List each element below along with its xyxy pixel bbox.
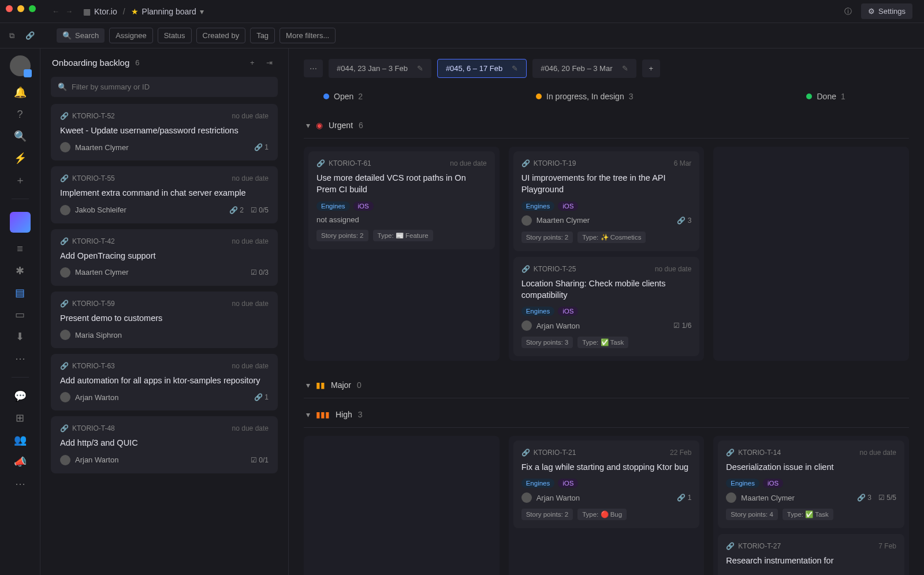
notifications-icon[interactable]: 🔔 bbox=[14, 87, 26, 98]
backlog-filter-input[interactable] bbox=[51, 77, 278, 97]
tag: Engines bbox=[521, 307, 555, 316]
project-name[interactable]: Ktor.io bbox=[94, 7, 117, 16]
due-date: no due date bbox=[232, 362, 269, 370]
status-column-header: In progress, In design 3 bbox=[536, 92, 633, 101]
overflow-icon[interactable]: ⋯ bbox=[14, 478, 26, 490]
sprint-pill[interactable]: #044, 23 Jan – 3 Feb✎ bbox=[329, 59, 431, 78]
due-date: no due date bbox=[232, 300, 269, 308]
chevron-down-icon[interactable]: ▾ bbox=[306, 410, 310, 419]
board-lane[interactable] bbox=[304, 436, 500, 575]
createdby-filter[interactable]: Created by bbox=[196, 28, 246, 43]
card-title: Fix a lag while starting and stopping Kt… bbox=[521, 461, 692, 473]
subtask-count: ☑ 0/1 bbox=[251, 456, 269, 464]
bolt-icon[interactable]: ⚡ bbox=[14, 152, 26, 164]
create-icon[interactable]: ＋ bbox=[14, 174, 26, 186]
backlog-column: Onboarding backlog 6 + ⇥ 🔍 🔗KTORIO-T-52n… bbox=[40, 48, 289, 575]
assignee-name: Arjan Warton bbox=[536, 322, 580, 330]
edit-icon[interactable]: ✎ bbox=[417, 64, 423, 73]
chevron-down-icon[interactable]: ▾ bbox=[200, 7, 204, 16]
open-file-icon[interactable]: ⧉ bbox=[9, 31, 14, 40]
status-filter[interactable]: Status bbox=[158, 28, 192, 43]
edit-icon[interactable]: ✎ bbox=[512, 64, 518, 73]
back-icon[interactable]: ← bbox=[52, 7, 59, 16]
more-icon[interactable]: ⋯ bbox=[14, 353, 26, 364]
card-title: Present demo to customers bbox=[60, 312, 269, 324]
sprint-pill[interactable]: #046, 20 Feb – 3 Mar✎ bbox=[532, 59, 636, 78]
tag: Engines bbox=[726, 479, 759, 488]
subtask-count: ☑ 0/3 bbox=[251, 268, 269, 277]
major-icon: ▮▮ bbox=[316, 380, 325, 390]
add-sprint-icon[interactable]: + bbox=[642, 59, 661, 77]
assignee-avatar bbox=[521, 492, 532, 503]
megaphone-icon[interactable]: 📣 bbox=[14, 456, 26, 468]
board-card[interactable]: 🔗KTORIO-T-61no due date Use more detaile… bbox=[308, 151, 495, 249]
sprint-menu-icon[interactable]: ⋯ bbox=[304, 59, 323, 77]
status-row: Open 2In progress, In design 3Done 1 bbox=[304, 86, 909, 109]
collapse-icon[interactable]: ⇥ bbox=[266, 58, 277, 67]
due-date: no due date bbox=[232, 424, 269, 432]
backlog-card[interactable]: 🔗KTORIO-T-48no due date Add http/3 and Q… bbox=[51, 416, 278, 473]
apps-icon[interactable]: ⊞ bbox=[14, 412, 26, 424]
board-lane[interactable] bbox=[713, 147, 909, 361]
chevron-down-icon[interactable]: ▾ bbox=[306, 121, 310, 130]
board-lane[interactable]: 🔗KTORIO-T-2122 Feb Fix a lag while start… bbox=[509, 436, 705, 575]
team-icon[interactable]: 👥 bbox=[14, 434, 26, 446]
issue-id: 🔗KTORIO-T-14 bbox=[726, 449, 781, 457]
board-lane[interactable]: 🔗KTORIO-T-14no due date Deserialization … bbox=[713, 436, 909, 575]
board-card[interactable]: 🔗KTORIO-T-14no due date Deserialization … bbox=[718, 440, 904, 528]
assignee-name: Maarten Clymer bbox=[75, 143, 128, 152]
board-card[interactable]: 🔗KTORIO-T-196 Mar UI improvements for th… bbox=[513, 151, 700, 251]
forward-icon[interactable]: → bbox=[65, 7, 73, 16]
attachment-count: 🔗 1 bbox=[254, 393, 269, 401]
assignee-name: Maria Siphron bbox=[75, 331, 122, 339]
add-icon[interactable]: + bbox=[250, 58, 260, 67]
link-icon[interactable]: 🔗 bbox=[25, 31, 35, 40]
download-icon[interactable]: ⬇ bbox=[14, 331, 26, 342]
backlog-card[interactable]: 🔗KTORIO-T-55no due date Implement extra … bbox=[51, 166, 278, 223]
search-filter[interactable]: 🔍Search bbox=[57, 28, 105, 43]
tag-filter[interactable]: Tag bbox=[250, 28, 275, 43]
user-avatar[interactable] bbox=[10, 55, 31, 76]
list-icon[interactable]: ≡ bbox=[14, 243, 26, 255]
global-search-icon[interactable]: 🔍 bbox=[14, 130, 26, 142]
doc-icon[interactable]: ▭ bbox=[14, 309, 26, 320]
issue-type: Type: 📰 Feature bbox=[373, 230, 433, 241]
asterisk-icon[interactable]: ✱ bbox=[14, 265, 26, 277]
more-filters[interactable]: More filters... bbox=[280, 28, 336, 43]
card-title: Add http/3 and QUIC bbox=[60, 437, 269, 449]
star-icon[interactable]: ★ bbox=[131, 7, 139, 16]
board-icon[interactable]: ▤ bbox=[14, 287, 26, 298]
subtask-count: ☑ 5/5 bbox=[878, 494, 896, 502]
left-rail: 🔔 ? 🔍 ⚡ ＋ ≡ ✱ ▤ ▭ ⬇ ⋯ 💬 ⊞ 👥 📣 ⋯ bbox=[0, 48, 40, 575]
info-icon[interactable]: ⓘ bbox=[844, 6, 852, 17]
backlog-card[interactable]: 🔗KTORIO-T-63no due date Add automation f… bbox=[51, 354, 278, 410]
board-card[interactable]: 🔗KTORIO-T-277 Feb Research instrumentati… bbox=[718, 534, 904, 575]
section-high: ▾ ▮▮▮ High 3 🔗KTORIO-T-2122 Feb Fix a la… bbox=[304, 402, 909, 575]
board-card[interactable]: 🔗KTORIO-T-2122 Feb Fix a lag while start… bbox=[513, 440, 700, 528]
help-icon[interactable]: ? bbox=[14, 109, 26, 120]
edit-icon[interactable]: ✎ bbox=[622, 64, 628, 73]
section-label: High bbox=[336, 410, 352, 419]
due-date: no due date bbox=[232, 174, 269, 182]
search-icon: 🔍 bbox=[62, 31, 72, 40]
tag: iOS bbox=[763, 479, 783, 488]
assignee-filter[interactable]: Assignee bbox=[109, 28, 152, 43]
chat-icon[interactable]: 💬 bbox=[14, 390, 26, 402]
breadcrumb: ▦ Ktor.io / ★ Planning board ▾ bbox=[83, 7, 204, 16]
board-name[interactable]: Planning board bbox=[142, 7, 196, 16]
section-label: Urgent bbox=[329, 121, 353, 130]
board-lane[interactable]: 🔗KTORIO-T-196 Mar UI improvements for th… bbox=[509, 147, 705, 361]
backlog-card[interactable]: 🔗KTORIO-T-42no due date Add OpenTracing … bbox=[51, 229, 278, 286]
board-lane[interactable]: 🔗KTORIO-T-61no due date Use more detaile… bbox=[304, 147, 500, 361]
sprint-pill[interactable]: #045, 6 – 17 Feb✎ bbox=[437, 59, 527, 78]
settings-button[interactable]: ⚙ Settings bbox=[861, 3, 912, 19]
board-card[interactable]: 🔗KTORIO-T-25no due date Location Sharing… bbox=[513, 257, 700, 357]
tag: iOS bbox=[558, 201, 578, 211]
project-logo[interactable] bbox=[10, 212, 31, 233]
due-date: 7 Feb bbox=[878, 542, 896, 550]
gear-icon: ⚙ bbox=[868, 7, 875, 16]
card-title: Use more detailed VCS root paths in On P… bbox=[316, 172, 487, 196]
backlog-card[interactable]: 🔗KTORIO-T-52no due date Kweet - Update u… bbox=[51, 104, 278, 160]
chevron-down-icon[interactable]: ▾ bbox=[306, 380, 310, 390]
backlog-card[interactable]: 🔗KTORIO-T-59no due date Present demo to … bbox=[51, 292, 278, 348]
